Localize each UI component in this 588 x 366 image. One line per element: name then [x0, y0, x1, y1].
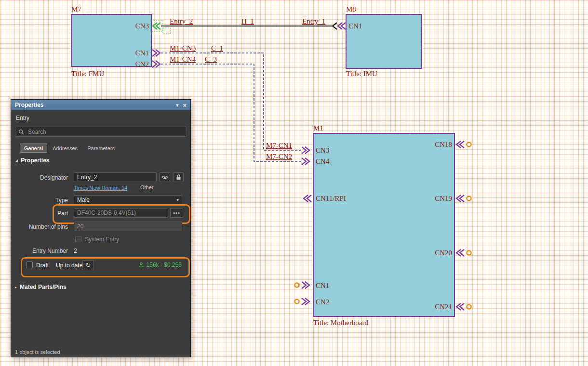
harness-arrowhead-icon [333, 23, 337, 29]
panel-status-bar: 1 object is selected [15, 349, 60, 355]
designator-label: Designator [11, 174, 68, 181]
draft-label: Draft [36, 262, 49, 269]
m1-cn2-entry-arrow-icon[interactable] [302, 298, 309, 305]
tab-parameters[interactable]: Parameters [83, 144, 119, 153]
section-mated-parts-header[interactable]: ▸ Mated Parts/Pins [15, 284, 67, 290]
wire-label-c3[interactable]: C_3 [205, 55, 217, 63]
up-to-date-label: Up to date [56, 262, 82, 269]
part-browse-button[interactable]: ••• [170, 208, 183, 218]
m7-pin-cn1-label[interactable]: CN1 [135, 49, 149, 57]
m7-pin-cn2-label[interactable]: CN2 [135, 60, 149, 68]
m1-pin-cn2-label[interactable]: CN2 [316, 298, 329, 306]
section-expanded-icon: ◢ [15, 158, 18, 163]
system-entry-checkbox [75, 236, 81, 242]
m1-cn2-open-pin-icon [295, 300, 299, 304]
draft-checkbox[interactable] [26, 261, 33, 268]
wire-label-m7cn2[interactable]: M7-CN2 [266, 153, 292, 160]
supplier-icon [138, 262, 144, 268]
m1-cn20-entry-arrow-icon[interactable] [456, 249, 464, 256]
type-label: Type [11, 197, 68, 204]
m8-cn1-entry-arrow-icon[interactable] [338, 23, 346, 29]
m1-pin-cn4-label[interactable]: CN4 [316, 157, 330, 165]
wire-label-m1cn4[interactable]: M1-CN4 [170, 55, 196, 63]
m1-pin-cn11-label[interactable]: CN11/RPI [316, 195, 346, 202]
block-m1-designator[interactable]: M1 [313, 124, 323, 132]
eye-icon [161, 175, 168, 180]
refresh-button[interactable]: ↻ [82, 260, 94, 270]
supply-chain-info[interactable]: 156k - $0.256 [126, 261, 182, 268]
type-dropdown[interactable]: Male ▾ [74, 195, 182, 205]
m1-cn4-entry-arrow-icon[interactable] [302, 158, 309, 165]
block-m7-designator[interactable]: M7 [71, 5, 81, 13]
m1-pin-cn20-label[interactable]: CN20 [435, 249, 452, 257]
m1-pin-cn3-label[interactable]: CN3 [316, 146, 329, 154]
m1-cn1-entry-arrow-icon[interactable] [302, 282, 309, 288]
tab-general[interactable]: General [20, 144, 47, 153]
m1-cn18-open-pin-icon [467, 143, 471, 147]
system-entry-label: System Entry [85, 236, 119, 243]
m7-cn1-entry-arrow-icon[interactable] [152, 50, 160, 56]
wire-label-m7cn1[interactable]: M7-CN1 [266, 142, 292, 149]
section-properties-header[interactable]: ◢ Properties [15, 157, 50, 164]
lock-icon [176, 174, 181, 180]
m1-cn21-open-pin-icon [467, 305, 471, 309]
visibility-toggle-button[interactable] [160, 172, 170, 182]
panel-title: Properties [15, 102, 43, 108]
properties-panel-header[interactable]: Properties ▾ × [11, 100, 190, 110]
wire-label-entry2[interactable]: Entry_2 [170, 17, 193, 25]
m1-cn19-entry-arrow-icon[interactable] [456, 195, 464, 202]
other-font-link[interactable]: Other [140, 184, 154, 190]
panel-close-icon[interactable]: × [183, 102, 187, 109]
m1-cn21-entry-arrow-icon[interactable] [456, 303, 464, 310]
number-of-pins-input [74, 222, 182, 231]
panel-collapse-icon[interactable]: ▾ [176, 102, 179, 108]
part-label: Part [11, 210, 68, 217]
m1-cn20-open-pin-icon [467, 251, 471, 255]
m1-pin-cn18-label[interactable]: CN18 [435, 141, 452, 148]
tab-addresses[interactable]: Addresses [48, 144, 82, 153]
wire-label-entry1[interactable]: Entry_1 [302, 17, 325, 25]
m1-cn19-open-pin-icon [467, 196, 471, 201]
wire-label-c1[interactable]: C_1 [211, 44, 223, 52]
panel-tabs: General Addresses Parameters [20, 144, 119, 153]
chevron-down-icon: ▾ [176, 197, 179, 202]
m1-pin-cn1-label[interactable]: CN1 [316, 282, 329, 289]
number-of-pins-label: Number of pins [11, 223, 68, 230]
wire-label-m1cn3[interactable]: M1-CN3 [170, 44, 196, 52]
section-collapsed-icon: ▸ [15, 285, 17, 289]
m1-cn1-open-pin-icon [295, 283, 299, 288]
supply-price-text: 156k - $0.256 [147, 261, 182, 268]
designator-input[interactable] [74, 172, 157, 182]
block-m7-title[interactable]: Title: FMU [71, 70, 104, 78]
m7-cn3-selected-entry-arrow-icon[interactable] [153, 23, 160, 29]
m1-cn18-entry-arrow-icon[interactable] [456, 141, 464, 148]
m7-cn2-entry-arrow-icon[interactable] [152, 61, 160, 67]
wire-label-h1[interactable]: H_1 [241, 17, 254, 25]
m1-cn11-entry-arrow-icon[interactable] [304, 195, 311, 202]
font-link[interactable]: Times New Roman, 14 [74, 185, 127, 191]
search-box[interactable] [15, 127, 187, 137]
m1-pin-cn21-label[interactable]: CN21 [435, 303, 452, 311]
search-icon [18, 129, 24, 135]
section-mated-parts-label: Mated Parts/Pins [20, 284, 67, 290]
type-value: Male [77, 196, 90, 203]
ellipsis-icon: ••• [173, 210, 180, 216]
refresh-icon: ↻ [86, 261, 91, 269]
properties-panel: Properties ▾ × Entry General Addresses P… [11, 99, 191, 357]
part-input[interactable] [74, 208, 168, 218]
block-m8-designator[interactable]: M8 [346, 5, 356, 13]
block-m1-title[interactable]: Title: Motherboard [313, 319, 369, 327]
m1-pin-cn19-label[interactable]: CN19 [435, 195, 452, 202]
block-m8-title[interactable]: Title: IMU [346, 70, 377, 78]
entry-number-value: 2 [74, 248, 77, 254]
selection-box-entry-handle [163, 28, 171, 34]
block-m1-motherboard[interactable] [313, 133, 454, 316]
m1-cn3-entry-arrow-icon[interactable] [302, 147, 309, 154]
m7-pin-cn3-label[interactable]: CN3 [135, 22, 149, 30]
section-properties-label: Properties [21, 157, 49, 164]
selected-object-type: Entry [16, 115, 29, 121]
m8-pin-cn1-label[interactable]: CN1 [348, 22, 362, 30]
lock-button[interactable] [173, 172, 184, 182]
search-input[interactable] [27, 128, 184, 136]
entry-number-label: Entry Number [11, 248, 68, 254]
